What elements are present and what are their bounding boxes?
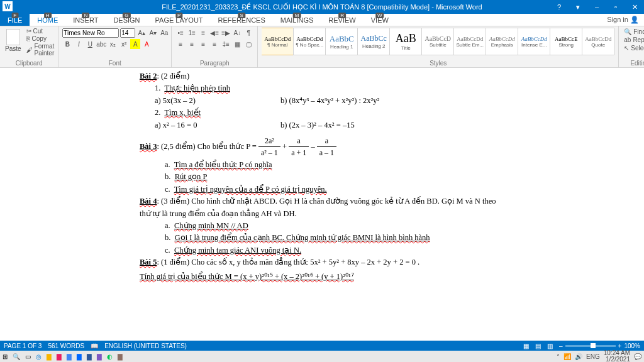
app-icon[interactable]: ◐ [107, 353, 113, 360]
close-button[interactable]: ✕ [625, 0, 644, 14]
zoom-control[interactable]: – + 100% [559, 343, 640, 349]
help-button[interactable]: ? [550, 0, 569, 14]
style-item[interactable]: AaBbCcHeading 2 [357, 28, 390, 55]
justify-button[interactable]: ≡ [209, 39, 219, 49]
font-name-combo[interactable] [62, 28, 119, 38]
superscript-button[interactable]: x² [119, 39, 129, 49]
sign-in-link[interactable]: Sign in 👤 [607, 16, 639, 24]
font-size-combo[interactable] [120, 28, 135, 38]
tab-file[interactable]: FILEF [0, 14, 30, 26]
explorer-icon[interactable]: ▇ [47, 353, 52, 360]
app-icon[interactable]: ▇ [67, 353, 72, 360]
clock-date[interactable]: 1/2/2021 [604, 356, 630, 362]
word-taskbar-icon[interactable]: ▇ [87, 353, 92, 360]
language-indicator[interactable]: ENG [586, 353, 600, 360]
show-marks-button[interactable]: ¶ [243, 28, 253, 38]
tab-view[interactable]: VIEWW [364, 14, 396, 26]
minimize-button[interactable]: – [587, 0, 606, 14]
page-indicator[interactable]: PAGE 1 OF 3 [4, 343, 42, 349]
align-center-button[interactable]: ≡ [187, 39, 197, 49]
zoom-level[interactable]: 100% [624, 343, 640, 349]
replace-button[interactable]: abReplace [623, 36, 644, 44]
group-styles: AaBbCcDd¶ NormalAaBbCcDd¶ No Spac...AaBb… [258, 26, 619, 67]
document-area[interactable]: Bài 2: (2 điểm) 1. Thực hiện phép tính a… [0, 68, 644, 344]
group-editing: 🔍Find ▾ abReplace ↖Select ▾ Editing [619, 26, 644, 67]
tab-pagelayout[interactable]: PAGE LAYOUTP [148, 14, 211, 26]
style-item[interactable]: AaBbCcDdSubtle Em... [453, 28, 486, 55]
tab-home[interactable]: HOMEH [30, 14, 65, 26]
multilevel-button[interactable]: ≡ [198, 28, 208, 38]
spell-check-icon[interactable]: 📖 [91, 343, 98, 349]
style-item[interactable]: AaBbCcDd¶ Normal [262, 28, 294, 55]
ribbon-options-button[interactable]: ▾ [569, 0, 587, 14]
zoom-in-button[interactable]: + [618, 343, 622, 349]
format-painter-button[interactable]: 🖌Format Painter [26, 43, 55, 57]
bold-button[interactable]: B [62, 39, 72, 49]
borders-button[interactable]: ▢ [243, 39, 253, 49]
status-bar: PAGE 1 OF 3 561 WORDS 📖 ENGLISH (UNITED … [0, 341, 644, 351]
numbering-button[interactable]: 1≡ [187, 28, 197, 38]
shrink-font-button[interactable]: A▾ [148, 28, 158, 38]
view-web-layout-button[interactable]: ▥ [547, 343, 553, 349]
wifi-icon[interactable]: 📶 [564, 353, 571, 360]
view-print-layout-button[interactable]: ▦ [523, 343, 529, 349]
styles-gallery[interactable]: AaBbCcDd¶ NormalAaBbCcDd¶ No Spac...AaBb… [262, 28, 614, 55]
font-color-button[interactable]: A [142, 39, 152, 49]
increase-indent-button[interactable]: ≡▶ [221, 28, 231, 38]
ribbon-tabs: FILEF HOMEH INSERTN DESIGNG PAGE LAYOUTP… [0, 14, 644, 26]
tab-insert[interactable]: INSERTN [65, 14, 106, 26]
strikethrough-button[interactable]: abc [96, 39, 106, 49]
search-button[interactable]: 🔍 [13, 353, 20, 360]
group-label: Font [62, 59, 167, 67]
start-button[interactable]: ⊞ [3, 353, 8, 360]
language-indicator[interactable]: ENGLISH (UNITED STATES) [104, 343, 187, 349]
shading-button[interactable]: ▦ [232, 39, 242, 49]
sort-button[interactable]: A↓ [232, 28, 242, 38]
line-spacing-button[interactable]: ‡≡ [221, 39, 231, 49]
app-icon[interactable]: ▇ [97, 353, 102, 360]
subscript-button[interactable]: x₂ [108, 39, 118, 49]
task-view-button[interactable]: ▭ [25, 353, 31, 360]
tab-references[interactable]: REFERENCESS [211, 14, 273, 26]
paste-button[interactable]: Paste [4, 28, 23, 53]
change-case-button[interactable]: Aa [159, 28, 169, 38]
word-count[interactable]: 561 WORDS [48, 343, 84, 349]
style-item[interactable]: AaBbCcDd¶ No Spac... [293, 28, 326, 55]
maximize-button[interactable]: ▫ [606, 0, 625, 14]
style-item[interactable]: AaBbCcDdEmphasis [486, 28, 518, 55]
style-item[interactable]: AaBbCcDdIntense E... [518, 28, 550, 55]
scissors-icon: ✂ [26, 28, 31, 35]
app-icon[interactable]: ▇ [118, 353, 123, 360]
select-button[interactable]: ↖Select ▾ [623, 44, 644, 52]
align-left-button[interactable]: ≡ [175, 39, 186, 49]
bullets-button[interactable]: •≡ [175, 28, 186, 38]
volume-icon[interactable]: 🔊 [575, 353, 582, 360]
app-icon[interactable]: ▇ [57, 353, 62, 360]
zoom-out-button[interactable]: – [559, 343, 563, 349]
notifications-icon[interactable]: 💬 [634, 353, 641, 360]
grow-font-button[interactable]: A▴ [136, 28, 147, 38]
text-highlight-button[interactable]: A [130, 39, 140, 49]
tab-review[interactable]: REVIEWR [321, 14, 363, 26]
cut-button[interactable]: ✂Cut [26, 28, 55, 35]
zoom-slider[interactable] [565, 345, 616, 347]
edge-icon[interactable]: ◎ [36, 353, 42, 360]
italic-button[interactable]: I [74, 39, 84, 49]
zalo-icon[interactable]: ▇ [77, 353, 82, 360]
style-item[interactable]: AaBbCcDSubtitle [421, 28, 454, 55]
style-item[interactable]: AaBbCcDdQuote [582, 28, 614, 55]
tab-design[interactable]: DESIGNG [106, 14, 147, 26]
style-item[interactable]: AaBTitle [389, 28, 422, 55]
tab-mailings[interactable]: MAILINGSM [273, 14, 321, 26]
paste-icon [6, 29, 20, 45]
style-item[interactable]: AaBbCcEStrong [550, 28, 582, 55]
view-read-mode-button[interactable]: ▤ [535, 343, 541, 349]
replace-icon: ab [624, 36, 631, 43]
style-item[interactable]: AaBbCHeading 1 [325, 28, 358, 55]
align-right-button[interactable]: ≡ [198, 39, 208, 49]
find-button[interactable]: 🔍Find ▾ [623, 28, 644, 36]
decrease-indent-button[interactable]: ◀≡ [209, 28, 219, 38]
tray-chevron-icon[interactable]: ˄ [557, 353, 560, 360]
underline-button[interactable]: U [85, 39, 95, 49]
copy-button[interactable]: ⎘Copy [26, 35, 55, 42]
